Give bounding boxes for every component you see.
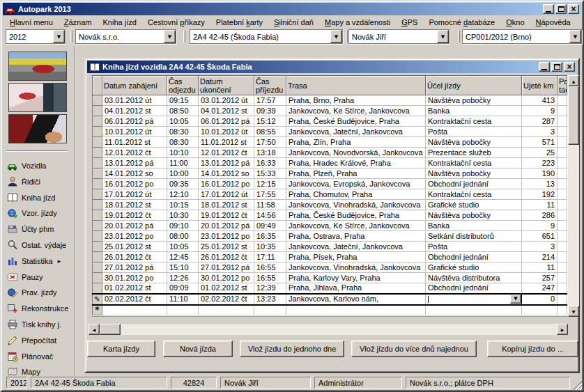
cell-cas_prijezdu[interactable]: 17:57 [254,95,286,106]
cell-cas_prijezdu[interactable]: 17:50 [254,137,286,148]
cell-po[interactable] [558,221,567,231]
cell-cas_odjezdu[interactable]: 12:45 [167,252,199,262]
row-selector[interactable] [93,210,102,221]
cell-cas_odjezdu[interactable]: 12:10 [167,189,199,200]
cell-cas_odjezdu[interactable]: 09:09 [167,283,199,294]
cell-km[interactable]: 190 [522,168,558,179]
cell-datum_ukonceni[interactable]: 03.01.2012 út [199,95,254,106]
menu-item-cestovni-prikazy[interactable]: Cestovní příkazy [142,17,210,28]
cell-km[interactable]: 9 [522,106,558,116]
menu-item-mapy-a-vzdalenosti[interactable]: Mapy a vzdálenosti [319,17,396,28]
cell-cas_prijezdu[interactable]: 10:35 [254,242,286,252]
cell-ucel[interactable]: Návštěva distributora [426,273,522,283]
cell-km[interactable]: 286 [522,210,558,221]
cell-km[interactable] [522,305,558,315]
row-selector[interactable] [93,106,102,116]
cell-datum_ukonceni[interactable] [199,305,254,315]
cell-po[interactable] [558,179,567,189]
cell-km[interactable]: 571 [522,137,558,148]
cell-cas_prijezdu[interactable]: 13:18 [254,148,286,158]
cell-datum_ukonceni[interactable]: 11.01.2012 st [199,137,254,148]
cell-po[interactable] [558,189,567,200]
child-minimize-button[interactable] [539,62,550,72]
cell-km[interactable]: 192 [522,189,558,200]
sidebar-item-tisk-knihy-j[interactable]: Tisk knihy j. [7,317,72,331]
cell-datum_zahajeni[interactable]: 19.01.2012 čt [102,210,167,221]
driver-combo[interactable]: Novák Jiří▼ [348,29,449,44]
cell-trasa[interactable] [286,305,426,315]
cell-cas_prijezdu[interactable]: 15:12 [254,116,286,127]
cell-datum_ukonceni[interactable]: 20.01.2012 pá [199,221,254,231]
dropdown-arrow-icon[interactable]: ▼ [510,295,521,304]
cell-km[interactable]: 257 [522,273,558,283]
cell-trasa[interactable]: Jankovcova, Vinohradská, Jankovcova [286,262,426,273]
menu-item-hlavni-menu[interactable]: Hlavní menu [4,17,59,28]
cell-datum_ukonceni[interactable]: 04.01.2012 st [199,106,254,116]
cell-trasa[interactable]: Jankovcova, Karlovo nám, [286,294,426,305]
cell-datum_zahajeni[interactable]: 10.01.2012 út [102,127,167,137]
cell-cas_odjezdu[interactable]: 11:10 [167,294,199,305]
cell-km[interactable]: 9 [522,221,558,231]
cell-datum_ukonceni[interactable]: 30.01.2012 po [199,273,254,283]
cell-trasa[interactable]: Jankovcova, Jateční, Jankovcova [286,242,426,252]
cell-ucel[interactable]: Grafické studio [426,200,522,210]
cell-datum_zahajeni[interactable]: 12.01.2012 čt [102,148,167,158]
menu-item-zaznam[interactable]: Záznam [59,17,98,28]
cell-datum_ukonceni[interactable]: 23.01.2012 po [199,231,254,242]
cell-ucel[interactable]: Setkání distributorů [426,231,522,242]
dropdown-arrow-icon[interactable]: ▼ [164,30,176,43]
cell-trasa[interactable]: Jankovcova, Jateční, Jankovcova [286,127,426,137]
row-selector[interactable] [93,231,102,242]
dropdown-arrow-icon[interactable]: ▼ [53,30,65,43]
cell-datum_zahajeni[interactable]: 25.01.2012 st [102,242,167,252]
dropdown-arrow-icon[interactable]: ▼ [437,30,449,43]
cell-trasa[interactable]: Praha, Písek, Praha [286,252,426,262]
sidebar-item-prav-jizdy[interactable]: Prav. jízdy [7,285,72,299]
row-selector[interactable] [93,148,102,158]
cell-datum_ukonceni[interactable]: 25.01.2012 st [199,242,254,252]
cell-km[interactable]: 0 [522,294,558,305]
cell-po[interactable] [558,148,567,158]
cell-cas_odjezdu[interactable]: 10:15 [167,200,199,210]
cell-trasa[interactable]: Praha, Hradec Králové, Praha [286,158,426,168]
cell-datum_zahajeni[interactable]: 23.01.2012 po [102,231,167,242]
cell-ucel[interactable]: Návštěva pobočky [426,95,522,106]
cell-km[interactable]: 3 [522,242,558,252]
cell-ucel[interactable]: Banka [426,221,522,231]
cell-cas_prijezdu[interactable]: 16:55 [254,262,286,273]
button-vloz-jizdu-do-vice-dnu-najednou[interactable]: Vlož jízdu do více dnů najednou [351,340,477,357]
cell-trasa[interactable]: Praha, Zlín, Praha [286,137,426,148]
row-selector[interactable] [93,95,102,106]
cell-po[interactable] [558,262,567,273]
cell-datum_ukonceni[interactable]: 16.01.2012 po [199,179,254,189]
new-record-marker[interactable]: * [93,305,102,315]
cell-ucel[interactable]: Obchodní jednání [426,252,522,262]
cell-cas_odjezdu[interactable]: 12:26 [167,273,199,283]
button-nova-jizda[interactable]: Nová jízda [163,340,233,357]
cell-cas_prijezdu[interactable]: 17:55 [254,189,286,200]
cell-ucel[interactable]: Obchodní jednání [426,179,522,189]
cell-datum_zahajeni[interactable]: 18.01.2012 st [102,200,167,210]
cell-po[interactable] [558,200,567,210]
row-selector[interactable] [93,262,102,273]
cell-km[interactable]: 247 [522,283,558,294]
cell-cas_prijezdu[interactable]: 13:23 [254,294,286,305]
cell-ucel[interactable]: Pošta [426,127,522,137]
cell-datum_ukonceni[interactable]: 27.01.2012 pá [199,262,254,273]
cell-datum_zahajeni[interactable]: 06.01.2012 pá [102,116,167,127]
close-button[interactable]: × [568,4,579,14]
cell-po[interactable] [558,252,567,262]
cell-ucel[interactable]: Kontraktační cesta [426,189,522,200]
sidebar-item-kniha-jizd[interactable]: Kniha jízd [7,191,72,205]
edit-pencil-icon[interactable]: ✎ [93,294,102,305]
scroll-right-button[interactable]: ▶ [557,324,568,335]
cell-cas_prijezdu[interactable]: 14:56 [254,210,286,221]
cell-datum_zahajeni[interactable]: 11.01.2012 st [102,137,167,148]
cell-ucel[interactable]: Obchodní jednání [426,283,522,294]
cell-cas_odjezdu[interactable]: 10:00 [167,168,199,179]
cell-datum_ukonceni[interactable]: 10.01.2012 út [199,127,254,137]
sidebar-item-prepocitat[interactable]: Přepočítat [7,334,72,347]
vertical-scroll-thumb[interactable] [568,86,579,145]
menu-item-silnicni-dan[interactable]: Silniční daň [268,17,319,28]
row-selector[interactable] [93,127,102,137]
